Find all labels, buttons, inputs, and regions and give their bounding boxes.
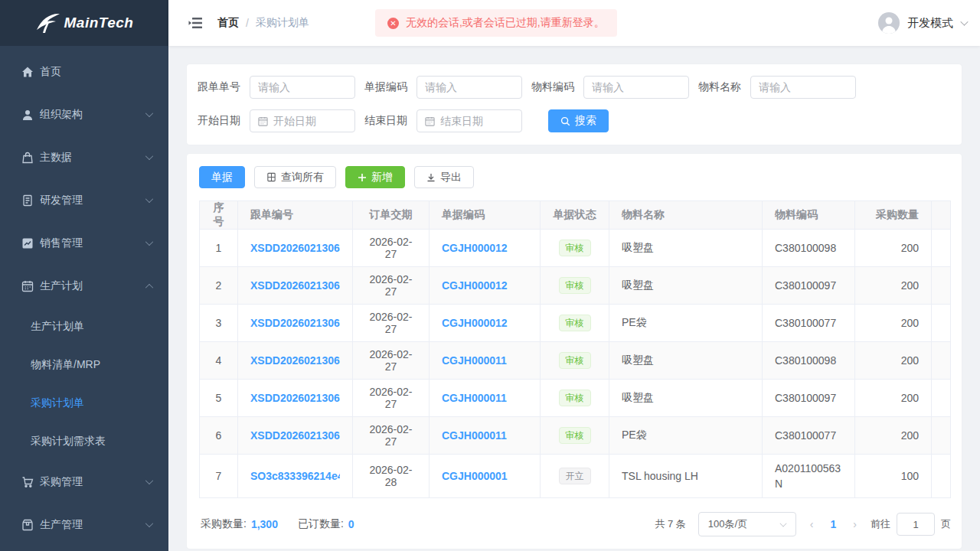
- cell-doc-code-link[interactable]: CGJH000001: [442, 470, 528, 482]
- download-icon: [426, 173, 436, 182]
- doc-button[interactable]: 单据: [199, 166, 245, 188]
- cell-doc-code-link[interactable]: CGJH000012: [442, 317, 528, 329]
- pagination: 共 7 条 100条/页 ‹ 1 › 前往 页: [655, 512, 951, 536]
- purchase-qty-label: 采购数量:: [201, 517, 247, 531]
- cell-material-code: A0201100563N: [763, 455, 855, 498]
- col-delivery-date: 订单交期: [353, 201, 430, 230]
- order-no-input[interactable]: [258, 81, 347, 93]
- cell-index: 1: [200, 230, 238, 267]
- sidebar-item-master-data[interactable]: 主数据: [0, 136, 168, 179]
- cell-order-no-link[interactable]: XSDD2026021306…: [250, 317, 340, 329]
- cell-material-name: 吸塑盘: [609, 230, 763, 267]
- sidebar-item-label: 生产计划: [40, 279, 145, 293]
- filter-start-date: 开始日期: [198, 109, 355, 132]
- cell-doc-status: 开立: [541, 455, 609, 498]
- main-area: 首页 / 采购计划单 ✕ 无效的会话,或者会话已过期,请重新登录。 开发模式: [168, 0, 980, 551]
- col-index: 序号: [200, 201, 238, 230]
- start-date-input[interactable]: [273, 115, 347, 127]
- goto-page-input[interactable]: [897, 513, 935, 536]
- sidebar-fold-icon[interactable]: [188, 15, 204, 31]
- breadcrumb-home[interactable]: 首页: [217, 16, 239, 30]
- cell-order-no-link[interactable]: XSDD2026021306…: [250, 279, 340, 292]
- doc-button-label: 单据: [211, 171, 233, 184]
- breadcrumb-current: 采购计划单: [256, 16, 309, 30]
- query-all-button[interactable]: 查询所有: [254, 166, 336, 188]
- cell-order-no-link[interactable]: XSDD2026021306…: [250, 354, 340, 367]
- end-date-input[interactable]: [440, 115, 514, 127]
- table-row[interactable]: 3XSDD2026021306…2026-02-27CGJH000012审核PE…: [200, 305, 951, 342]
- table-row[interactable]: 5XSDD2026021306…2026-02-27CGJH000011审核吸塑…: [200, 380, 951, 417]
- table-row[interactable]: 4XSDD2026021306…2026-02-27CGJH000011审核吸塑…: [200, 342, 951, 380]
- cell-material-code: C380100077: [763, 305, 855, 342]
- search-button[interactable]: 搜索: [548, 109, 609, 132]
- cell-material-name: 吸塑盘: [609, 380, 763, 417]
- chevron-down-icon: [960, 18, 968, 25]
- chevron-down-icon: [779, 520, 786, 527]
- logo-swoosh-icon: [35, 11, 61, 34]
- chevron-down-icon: [145, 152, 153, 160]
- col-order-no: 跟单编号: [238, 201, 353, 230]
- cell-doc-code-link[interactable]: CGJH000011: [442, 429, 528, 442]
- cell-index: 3: [200, 305, 238, 342]
- chevron-up-icon: [145, 284, 153, 292]
- next-page-button[interactable]: ›: [847, 518, 863, 530]
- col-doc-code: 单据编码: [430, 201, 541, 230]
- sidebar-item-label: 研发管理: [40, 194, 145, 207]
- add-button-label: 新增: [371, 171, 393, 184]
- cell-delivery-date: 2026-02-27: [353, 380, 430, 417]
- export-button[interactable]: 导出: [414, 166, 474, 188]
- cell-doc-status: 审核: [541, 380, 609, 417]
- cell-extra: [932, 305, 951, 342]
- table-row[interactable]: 7SO3c833396214e402026-02-28CGJH000001开立T…: [200, 455, 951, 498]
- sidebar-item-home[interactable]: 首页: [0, 51, 168, 93]
- doc-code-input[interactable]: [425, 81, 514, 93]
- page-number-1[interactable]: 1: [828, 518, 840, 530]
- cell-doc-code-link[interactable]: CGJH000012: [442, 242, 528, 254]
- cell-doc-status: 审核: [541, 230, 609, 267]
- submenu-item[interactable]: 采购计划需求表: [0, 422, 168, 461]
- material-code-input[interactable]: [592, 81, 681, 93]
- cell-doc-code-link[interactable]: CGJH000012: [442, 279, 528, 292]
- table-row[interactable]: 2XSDD2026021306…2026-02-27CGJH000012审核吸塑…: [200, 267, 951, 305]
- sidebar-item-production-mgmt[interactable]: 生产管理: [0, 504, 168, 546]
- cell-doc-status: 审核: [541, 417, 609, 455]
- sidebar-item-purchasing[interactable]: 采购管理: [0, 461, 168, 504]
- cell-order-no-link[interactable]: XSDD2026021306…: [250, 392, 340, 404]
- user-menu[interactable]: 开发模式: [878, 12, 968, 34]
- status-badge: 审核: [559, 240, 591, 256]
- cell-doc-code-link[interactable]: CGJH000011: [442, 354, 528, 367]
- cell-material-code: C380100098: [763, 230, 855, 267]
- avatar[interactable]: [878, 12, 900, 34]
- breadcrumb: 首页 / 采购计划单: [217, 16, 309, 30]
- submenu-item[interactable]: 生产计划单: [0, 308, 168, 346]
- filter-label: 物料编码: [531, 80, 583, 94]
- cell-order-no: XSDD2026021306…: [238, 342, 353, 380]
- prev-page-button[interactable]: ‹: [804, 518, 820, 530]
- filter-material-name: 物料名称: [698, 76, 856, 99]
- cell-index: 5: [200, 380, 238, 417]
- cell-order-no-link[interactable]: SO3c833396214e40: [250, 470, 340, 482]
- sidebar-item-rnd[interactable]: 研发管理: [0, 179, 168, 222]
- sidebar-item-sales[interactable]: 销售管理: [0, 222, 168, 265]
- material-name-input[interactable]: [759, 81, 848, 93]
- home-icon: [21, 66, 34, 78]
- cell-doc-code-link[interactable]: CGJH000011: [442, 392, 528, 404]
- page-size-select[interactable]: 100条/页: [698, 512, 796, 536]
- submenu-item[interactable]: 物料清单/MRP: [0, 346, 168, 384]
- cell-material-code: C380100097: [763, 267, 855, 305]
- status-badge: 审核: [559, 315, 591, 331]
- cell-order-no: XSDD2026021306…: [238, 267, 353, 305]
- cell-order-no-link[interactable]: XSDD2026021306…: [250, 429, 340, 442]
- cell-purchase-qty: 200: [855, 342, 932, 380]
- sidebar-item-organization[interactable]: 组织架构: [0, 93, 168, 136]
- cell-doc-code: CGJH000011: [430, 342, 541, 380]
- add-button[interactable]: 新增: [345, 166, 405, 188]
- cell-order-no-link[interactable]: XSDD2026021306…: [250, 242, 340, 254]
- table-row[interactable]: 6XSDD2026021306…2026-02-27CGJH000011审核PE…: [200, 417, 951, 455]
- cell-doc-status: 审核: [541, 267, 609, 305]
- purchase-plan-table: 序号 跟单编号 订单交期 单据编码 单据状态 物料名称 物料编码 采购数量 1X…: [199, 201, 951, 498]
- submenu-item[interactable]: 采购计划单: [0, 384, 168, 422]
- table-row[interactable]: 1XSDD2026021306…2026-02-27CGJH000012审核吸塑…: [200, 230, 951, 267]
- cell-purchase-qty: 200: [855, 267, 932, 305]
- sidebar-item-production-plan[interactable]: 生产计划: [0, 265, 168, 308]
